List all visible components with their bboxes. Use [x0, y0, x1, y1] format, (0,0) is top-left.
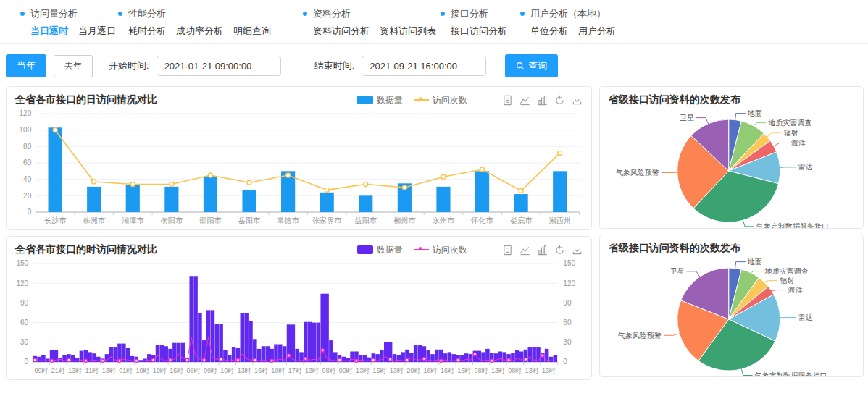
svg-text:卫星: 卫星	[669, 267, 684, 275]
svg-text:30: 30	[20, 338, 29, 346]
daily-chart-canvas[interactable]: 020406080100120长沙市株洲市湘潭市衡阳市邵阳市岳阳市常德市张家界市…	[7, 108, 591, 229]
line-chart-icon[interactable]	[519, 95, 530, 106]
nav-group-label: 接口分析	[451, 7, 488, 20]
svg-text:张家界市: 张家界市	[312, 216, 342, 224]
legend-item-data-volume[interactable]: 数据量	[357, 244, 403, 256]
nav-group-label: 性能分析	[128, 7, 166, 20]
hourly-chart-canvas[interactable]: 0030306060909012012015015009时21时13时11时13…	[7, 258, 591, 379]
nav-item-interface-access[interactable]: 接口访问分析	[451, 25, 507, 38]
download-icon[interactable]	[572, 245, 583, 256]
search-button-label: 查询	[528, 59, 547, 72]
svg-text:90: 90	[20, 299, 29, 307]
svg-text:120: 120	[19, 110, 31, 118]
chart-toolbox	[502, 95, 583, 106]
nav-item-daily-month[interactable]: 当月逐日	[78, 25, 116, 38]
daily-chart-card: 全省各市接口的日访问情况对比 数据量 访问次数	[6, 86, 592, 230]
nav-group-users: 用户分析（本地） 单位分析 用户分析	[520, 7, 616, 38]
svg-text:19时: 19时	[153, 367, 167, 374]
nav-group-data: 资料分析 资料访问分析 资料访问列表	[303, 7, 441, 38]
nav-item-data-access-list[interactable]: 资料访问列表	[380, 25, 436, 38]
svg-text:20时: 20时	[406, 367, 420, 374]
this-year-button[interactable]: 当年	[6, 54, 46, 77]
svg-text:60: 60	[563, 319, 572, 327]
bar-chart-icon[interactable]	[537, 95, 548, 106]
svg-text:地质灾害调查: 地质灾害调查	[764, 267, 808, 275]
svg-text:30: 30	[563, 338, 572, 346]
svg-text:01时: 01时	[119, 367, 133, 374]
nav-item-unit-analysis[interactable]: 单位分析	[530, 25, 568, 38]
svg-text:10时: 10时	[220, 367, 234, 374]
pie-top-canvas[interactable]: 地面地质灾害调查辐射海洋雷达气象定制数据服务接口气象风险预警卫星	[600, 108, 863, 228]
search-icon	[516, 62, 525, 70]
svg-text:16时: 16时	[441, 367, 454, 374]
nav-item-hourly-today[interactable]: 当日逐时	[30, 25, 68, 38]
svg-text:岳阳市: 岳阳市	[238, 216, 261, 224]
svg-text:地面: 地面	[746, 109, 761, 117]
svg-text:株洲市: 株洲市	[83, 216, 106, 224]
nav-group-title: 访问量分析	[20, 7, 118, 20]
pie-card-bottom: 省级接口访问资料的次数发布 地面地质灾害调查辐射海洋雷达气象定制数据服务接口气象…	[599, 235, 864, 377]
svg-text:20: 20	[23, 192, 32, 200]
svg-text:地质灾害调查: 地质灾害调查	[767, 119, 811, 127]
svg-text:13时: 13时	[390, 367, 404, 374]
svg-text:13时: 13时	[525, 367, 539, 374]
pie-bottom-title: 省级接口访问资料的次数发布	[609, 242, 854, 255]
svg-text:13时: 13时	[238, 367, 251, 374]
svg-text:气象定制数据服务接口: 气象定制数据服务接口	[754, 371, 827, 376]
end-time-input[interactable]	[362, 56, 486, 76]
svg-text:16时: 16时	[254, 367, 268, 374]
last-year-button[interactable]: 去年	[54, 55, 93, 77]
svg-text:17时: 17时	[288, 367, 302, 374]
bullet-icon	[20, 12, 25, 16]
svg-text:湘潭市: 湘潭市	[122, 216, 144, 224]
bar-chart-icon[interactable]	[537, 245, 548, 256]
legend-item-visit-count[interactable]: 访问次数	[414, 94, 467, 106]
svg-text:16时: 16时	[457, 367, 471, 374]
svg-text:辐射: 辐射	[780, 277, 794, 285]
legend-line-swatch	[414, 249, 429, 250]
svg-text:120: 120	[16, 279, 28, 287]
restore-icon[interactable]	[554, 245, 565, 256]
svg-text:13时: 13时	[68, 367, 82, 374]
data-view-icon[interactable]	[502, 95, 513, 106]
nav-item-user-analysis[interactable]: 用户分析	[578, 25, 616, 38]
legend-label: 访问次数	[433, 94, 467, 106]
svg-text:益阳市: 益阳市	[355, 216, 377, 224]
bullet-icon	[441, 12, 445, 16]
svg-text:13时: 13时	[491, 367, 505, 374]
nav-group-title: 资料分析	[303, 7, 441, 20]
nav-item-time-cost[interactable]: 耗时分析	[128, 25, 166, 38]
data-view-icon[interactable]	[502, 245, 513, 256]
svg-text:海洋: 海洋	[788, 286, 802, 294]
line-chart-icon[interactable]	[519, 245, 530, 256]
svg-text:150: 150	[563, 260, 575, 268]
svg-text:常德市: 常德市	[277, 216, 300, 224]
svg-text:11时: 11时	[85, 367, 99, 374]
pie-top-title: 省级接口访问资料的次数发布	[609, 93, 854, 106]
legend-item-visit-count[interactable]: 访问次数	[414, 244, 467, 256]
svg-text:09时: 09时	[34, 367, 48, 374]
pie-bottom-canvas[interactable]: 地面地质灾害调查辐射海洋雷达气象定制数据服务接口气象风险预警卫星	[600, 256, 863, 376]
svg-text:衡阳市: 衡阳市	[160, 216, 183, 224]
nav-group-title: 用户分析（本地）	[520, 7, 616, 20]
legend-item-data-volume[interactable]: 数据量	[357, 94, 403, 106]
search-button[interactable]: 查询	[505, 54, 558, 77]
nav-item-success-rate[interactable]: 成功率分析	[176, 25, 223, 38]
start-time-input[interactable]	[157, 56, 281, 76]
nav-item-detail-query[interactable]: 明细查询	[233, 25, 271, 38]
bullet-icon	[118, 12, 122, 16]
svg-text:气象定制数据服务接口: 气象定制数据服务接口	[756, 222, 829, 228]
svg-text:60: 60	[20, 319, 29, 327]
download-icon[interactable]	[572, 95, 583, 106]
legend-line-swatch	[414, 99, 429, 101]
svg-text:80: 80	[23, 143, 32, 151]
start-time-label: 开始时间:	[109, 59, 149, 72]
nav-item-data-access-analysis[interactable]: 资料访问分析	[313, 25, 370, 38]
bullet-icon	[303, 12, 307, 16]
legend-label: 数据量	[377, 94, 403, 106]
svg-text:08时: 08时	[187, 367, 201, 374]
svg-text:0: 0	[28, 208, 32, 216]
svg-text:10时: 10时	[271, 367, 285, 374]
end-time-label: 结束时间:	[314, 59, 355, 72]
restore-icon[interactable]	[554, 95, 565, 106]
